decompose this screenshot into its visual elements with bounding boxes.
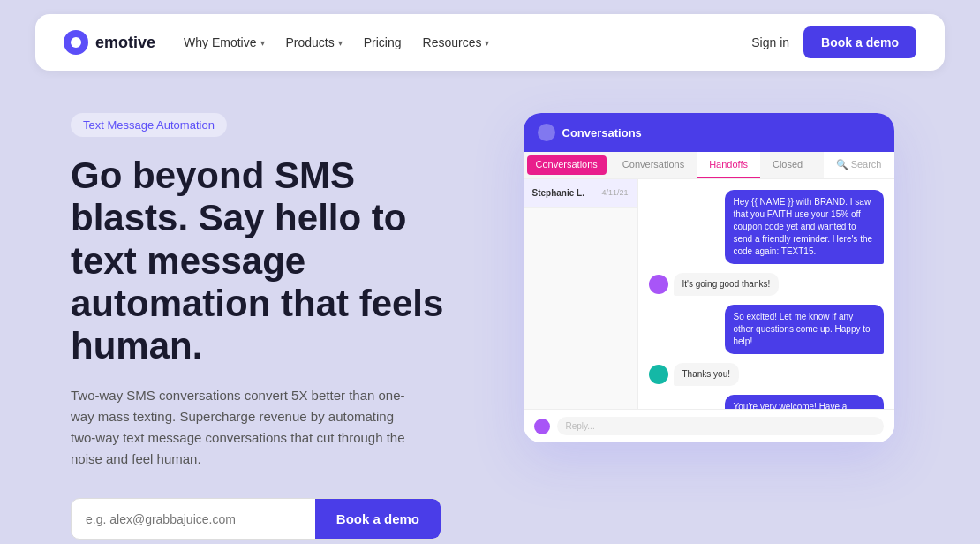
mockup-header: Conversations <box>524 113 894 152</box>
chevron-icon: ▾ <box>485 38 489 48</box>
navbar: emotive Why Emotive ▾ Products ▾ Pricing… <box>35 14 945 71</box>
mockup-footer: Reply... <box>524 409 894 442</box>
cta-button[interactable]: Book a demo <box>315 499 441 539</box>
app-mockup: Conversations Conversations Conversation… <box>524 113 894 442</box>
chat-group-2: Thanks you! <box>649 363 884 386</box>
mockup-tabs: Conversations Conversations Handoffs Clo… <box>524 152 894 179</box>
email-cta-row: Book a demo <box>71 498 441 540</box>
conversation-list: 4/11/21 Stephanie L. <box>524 179 638 409</box>
list-item[interactable]: 4/11/21 Stephanie L. <box>524 179 637 208</box>
chat-avatar-2 <box>649 365 668 384</box>
chat-bubble-out-3: You're very welcome! Have a wonderful da… <box>725 395 884 409</box>
tab-closed[interactable]: Closed <box>760 152 815 178</box>
reply-input[interactable]: Reply... <box>557 417 884 435</box>
nav-resources[interactable]: Resources ▾ <box>423 35 490 49</box>
hero-subtitle: Two-way SMS conversations convert 5X bet… <box>71 385 406 470</box>
nav-links: Why Emotive ▾ Products ▾ Pricing Resourc… <box>184 35 489 49</box>
chat-bubble-in-1: It's going good thanks! <box>674 273 780 296</box>
chat-avatar-1 <box>649 275 668 294</box>
book-demo-button[interactable]: Book a demo <box>803 26 916 58</box>
mockup-title: Conversations <box>562 126 642 140</box>
mockup-search[interactable]: 🔍 Search <box>824 152 894 178</box>
hero-right: Conversations Conversations Conversation… <box>508 113 909 442</box>
nav-why-emotive[interactable]: Why Emotive ▾ <box>184 35 264 49</box>
chevron-icon: ▾ <box>338 38 343 48</box>
logo-icon <box>64 30 88 55</box>
chat-area: Hey {{ NAME }} with BRAND. I saw that yo… <box>638 179 894 409</box>
footer-avatar <box>534 419 550 434</box>
tab-conversations[interactable]: Conversations <box>610 152 697 178</box>
nav-products[interactable]: Products ▾ <box>286 35 343 49</box>
nav-right: Sign in Book a demo <box>751 26 916 58</box>
mockup-avatar <box>538 124 555 141</box>
nav-left: emotive Why Emotive ▾ Products ▾ Pricing… <box>64 30 489 55</box>
chat-bubble-out-2: So excited! Let me know if any other que… <box>725 305 884 354</box>
tab-conversations-active[interactable]: Conversations <box>527 155 607 175</box>
chat-bubble-in-2: Thanks you! <box>674 363 739 386</box>
sign-in-link[interactable]: Sign in <box>751 35 789 49</box>
list-time: 4/11/21 <box>601 188 628 197</box>
nav-pricing[interactable]: Pricing <box>364 35 402 49</box>
mockup-body: 4/11/21 Stephanie L. Hey {{ NAME }} with… <box>524 179 894 409</box>
chat-group-1: It's going good thanks! <box>649 273 884 296</box>
email-input[interactable] <box>72 499 315 539</box>
hero-title: Go beyond SMS blasts. Say hello to text … <box>71 155 472 367</box>
hero-badge: Text Message Automation <box>71 113 227 137</box>
hero-left: Text Message Automation Go beyond SMS bl… <box>71 113 472 544</box>
logo-text: emotive <box>95 34 155 52</box>
chat-bubble-out-1: Hey {{ NAME }} with BRAND. I saw that yo… <box>725 190 884 264</box>
chat-msgs-1: It's going good thanks! <box>674 273 780 296</box>
hero-section: Text Message Automation Go beyond SMS bl… <box>0 85 980 544</box>
logo[interactable]: emotive <box>64 30 155 55</box>
chat-msgs-2: Thanks you! <box>674 363 739 386</box>
tab-handoffs[interactable]: Handoffs <box>697 152 760 178</box>
chevron-icon: ▾ <box>260 38 265 48</box>
